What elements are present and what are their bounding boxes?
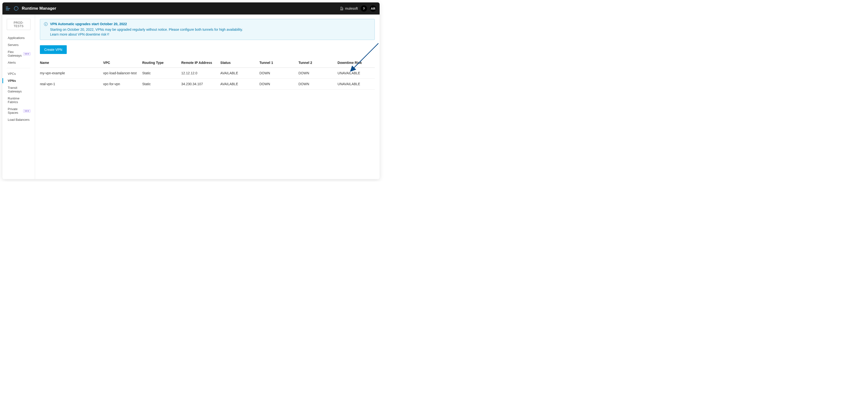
- info-icon: i: [44, 22, 48, 26]
- cell-tunnel1: DOWN: [259, 68, 299, 79]
- svg-point-1: [17, 9, 18, 10]
- external-link-icon: [107, 33, 109, 35]
- info-banner-body: Starting on October 20, 2022, VPNs may b…: [50, 28, 243, 31]
- create-vpn-button[interactable]: Create VPN: [40, 45, 67, 54]
- sidebar-item-label: Load Balancers: [8, 118, 30, 121]
- sidebar-item-servers[interactable]: Servers: [2, 41, 35, 49]
- sidebar-item-label: Alerts: [8, 61, 16, 64]
- column-header-remote-ip[interactable]: Remote IP Address: [181, 58, 220, 68]
- cell-vpc: vpc-for-vpn: [103, 79, 143, 90]
- info-banner-title: VPN Automatic upgrades start October 20,…: [50, 22, 127, 26]
- sidebar-item-label: Applications: [8, 36, 25, 40]
- column-header-name[interactable]: Name: [40, 58, 103, 68]
- sidebar-item-label: Runtime Fabrics: [8, 96, 30, 104]
- column-header-downtime-risk[interactable]: Downtime Risk: [338, 58, 375, 68]
- topbar: Runtime Manager mulesoft ? AR: [2, 2, 380, 14]
- column-header-vpc[interactable]: VPC: [103, 58, 143, 68]
- sidebar-item-vpcs[interactable]: VPCs: [2, 70, 35, 77]
- sidebar-item-vpns[interactable]: VPNs: [2, 77, 35, 84]
- vpn-table: Name VPC Routing Type Remote IP Address …: [40, 58, 375, 90]
- sidebar-item-transit-gateways[interactable]: Transit Gateways: [2, 84, 35, 95]
- table-row[interactable]: my-vpn-example vpc-load-balancer-test St…: [40, 68, 375, 79]
- sidebar-item-label: Flex Gateways: [8, 50, 22, 57]
- sidebar-item-label: VPCs: [8, 72, 16, 76]
- cell-remote-ip: 12.12.12.0: [181, 68, 220, 79]
- sidebar-item-load-balancers[interactable]: Load Balancers: [2, 116, 35, 123]
- sidebar-item-flex-gateways[interactable]: Flex Gateways NEW: [2, 49, 35, 59]
- column-header-tunnel2[interactable]: Tunnel 2: [298, 58, 338, 68]
- sidebar-item-runtime-fabrics[interactable]: Runtime Fabrics: [2, 95, 35, 106]
- cell-downtime-risk: UNAVAILABLE: [338, 68, 375, 79]
- sidebar-item-label: Servers: [8, 43, 19, 47]
- cell-tunnel1: DOWN: [259, 79, 299, 90]
- cell-tunnel2: DOWN: [298, 79, 338, 90]
- column-header-tunnel1[interactable]: Tunnel 1: [259, 58, 299, 68]
- sidebar-item-applications[interactable]: Applications: [2, 34, 35, 41]
- column-header-routing-type[interactable]: Routing Type: [142, 58, 181, 68]
- cell-routing-type: Static: [142, 68, 181, 79]
- org-name: mulesoft: [345, 6, 358, 10]
- svg-rect-3: [342, 8, 343, 10]
- cell-name: my-vpn-example: [40, 68, 103, 79]
- svg-rect-2: [341, 7, 342, 10]
- new-badge: NEW: [23, 109, 30, 113]
- cell-vpc: vpc-load-balancer-test: [103, 68, 143, 79]
- new-badge: NEW: [23, 52, 30, 55]
- sidebar-item-private-spaces[interactable]: Private Spaces NEW: [2, 106, 35, 116]
- cell-downtime-risk: UNAVAILABLE: [338, 79, 375, 90]
- cell-remote-ip: 34.230.34.107: [181, 79, 220, 90]
- org-icon: [340, 6, 344, 10]
- help-button[interactable]: ?: [361, 5, 367, 11]
- app-title: Runtime Manager: [22, 6, 56, 11]
- info-banner: i VPN Automatic upgrades start October 2…: [40, 19, 375, 40]
- sidebar-item-label: VPNs: [8, 79, 16, 83]
- cell-name: real-vpn-1: [40, 79, 103, 90]
- info-banner-link[interactable]: Learn more about VPN downtime risk: [50, 32, 109, 36]
- menu-icon[interactable]: [6, 7, 10, 10]
- cell-routing-type: Static: [142, 79, 181, 90]
- sidebar-item-label: Transit Gateways: [8, 86, 30, 93]
- runtime-manager-icon: [13, 6, 19, 11]
- user-avatar[interactable]: AR: [370, 5, 376, 11]
- environment-selector[interactable]: PROD-TESTS: [7, 19, 30, 30]
- sidebar-item-label: Private Spaces: [8, 107, 22, 114]
- cell-status: AVAILABLE: [220, 68, 259, 79]
- cell-tunnel2: DOWN: [298, 68, 338, 79]
- table-row[interactable]: real-vpn-1 vpc-for-vpn Static 34.230.34.…: [40, 79, 375, 90]
- org-switcher[interactable]: mulesoft: [340, 6, 358, 10]
- column-header-status[interactable]: Status: [220, 58, 259, 68]
- sidebar-item-alerts[interactable]: Alerts: [2, 59, 35, 66]
- cell-status: AVAILABLE: [220, 79, 259, 90]
- main-content: i VPN Automatic upgrades start October 2…: [35, 14, 380, 179]
- sidebar: PROD-TESTS Applications Servers Flex Gat…: [2, 14, 35, 179]
